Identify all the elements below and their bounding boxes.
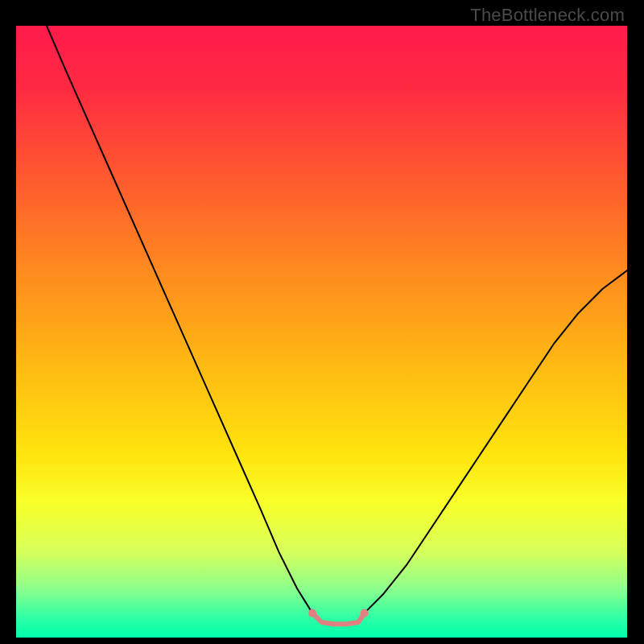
bottleneck-chart <box>16 26 627 638</box>
chart-frame <box>16 26 627 638</box>
gradient-background <box>16 26 627 638</box>
watermark-text: TheBottleneck.com <box>470 5 625 26</box>
marker-right-dot <box>361 609 369 617</box>
marker-left-dot <box>308 609 316 617</box>
